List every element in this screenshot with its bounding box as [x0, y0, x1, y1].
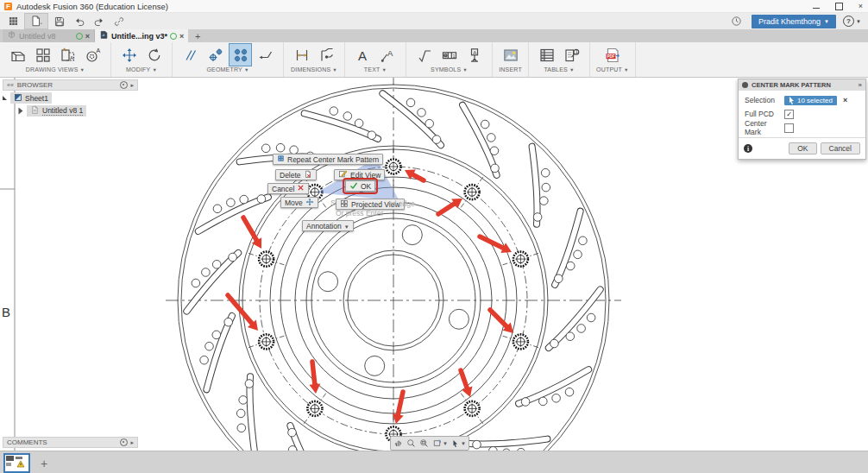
red-x-icon	[297, 184, 305, 193]
tab-untitled-v8[interactable]: Untitled v8 ×	[3, 29, 95, 42]
datum-identifier-icon[interactable]: A	[462, 43, 486, 66]
centerline-icon[interactable]	[179, 43, 202, 66]
dock-right-icon[interactable]: »	[859, 81, 862, 89]
base-view-icon[interactable]	[6, 43, 29, 66]
ribbon-group-label[interactable]: DIMENSIONS	[291, 66, 330, 73]
collapse-left-icon[interactable]: ««	[7, 82, 14, 88]
section-view-icon[interactable]: A	[56, 43, 79, 66]
selection-label: Selection	[745, 96, 784, 104]
projected-view-large-icon[interactable]	[31, 43, 54, 66]
move-icon[interactable]	[117, 43, 141, 66]
selection-chip[interactable]: 10 selected	[784, 96, 837, 105]
center-mark[interactable]	[461, 177, 483, 208]
share-link-icon[interactable]	[110, 14, 128, 28]
save-button[interactable]	[51, 14, 68, 28]
dialog-header[interactable]: CENTER MARK PATTERN »	[739, 79, 865, 91]
context-menu-cancel[interactable]: Cancel	[267, 183, 309, 194]
browser-item-sheet1[interactable]: Sheet1	[3, 92, 86, 104]
insert-image-icon[interactable]	[499, 43, 522, 66]
dialog-ok-button[interactable]: OK	[789, 142, 816, 155]
ribbon-group-tables: 1TABLES▼	[529, 42, 590, 77]
edge-extension-icon[interactable]	[254, 43, 277, 66]
ribbon-group-label[interactable]: MODIFY	[126, 66, 150, 73]
fusion360-window: F Autodesk Fusion 360 (Education License…	[0, 0, 868, 473]
ordinate-dimension-icon[interactable]	[315, 43, 338, 66]
browser-panel-header[interactable]: «« BROWSER ▸	[3, 79, 138, 91]
pan-icon[interactable]	[393, 438, 403, 448]
center-mark-checkbox[interactable]	[784, 123, 794, 133]
maximize-button[interactable]	[835, 3, 843, 10]
detail-view-icon[interactable]: A	[81, 43, 104, 66]
select-icon[interactable]: ▼	[451, 439, 466, 448]
balloon-icon[interactable]: 1	[560, 43, 583, 66]
context-menu-ok[interactable]: OK	[345, 180, 375, 192]
output-pdf-icon[interactable]: PDF	[601, 43, 624, 66]
dimension-icon[interactable]	[290, 43, 313, 66]
ribbon-group-label[interactable]: TABLES	[544, 66, 568, 73]
fusion-logo-icon: F	[4, 3, 12, 10]
context-menu-annotation[interactable]: Annotation▼	[302, 220, 354, 231]
context-menu-repeat-center-mark-pattern[interactable]: Repeat Center Mark Pattern	[273, 154, 383, 165]
table-icon[interactable]	[535, 43, 558, 66]
new-tab-button[interactable]: +	[188, 29, 207, 42]
file-menu-button[interactable]	[24, 13, 48, 29]
dialog-cancel-button[interactable]: Cancel	[821, 142, 860, 155]
clear-selection-icon[interactable]: ×	[843, 96, 847, 104]
app-grid-icon[interactable]	[4, 14, 22, 28]
feature-control-frame-icon[interactable]: 1	[437, 43, 461, 66]
chevron-right-icon[interactable]: ▸	[130, 439, 134, 446]
ribbon-group-label[interactable]: SYMBOLS	[431, 66, 461, 73]
add-sheet-button[interactable]: +	[36, 457, 52, 470]
look-at-icon[interactable]: ▼	[432, 438, 448, 448]
command-icon	[742, 82, 748, 88]
browser-item-document[interactable]: Untitled v8 1	[10, 105, 86, 117]
tab-untitled-drawing-v3[interactable]: Untitle...ing v3* ×	[95, 29, 188, 42]
center-mark[interactable]	[304, 394, 326, 425]
center-mark-pattern-icon[interactable]	[229, 43, 252, 66]
context-menu-move[interactable]: Move	[280, 197, 318, 208]
help-button[interactable]: ? ▼	[843, 16, 861, 27]
chevron-down-icon: ▼	[462, 67, 468, 73]
comments-panel-header[interactable]: COMMENTS ▸	[3, 437, 138, 448]
context-menu-edit-view[interactable]: Edit View	[334, 169, 385, 180]
full-pcd-checkbox[interactable]: ✓	[784, 110, 794, 119]
surface-texture-icon[interactable]	[412, 43, 436, 66]
zone-label: B	[2, 305, 10, 319]
zoom-window-icon[interactable]	[419, 438, 429, 448]
info-icon[interactable]: i	[744, 144, 752, 153]
user-account-button[interactable]: Pradit Khemthong ▼	[752, 15, 836, 28]
ribbon-group-label[interactable]: GEOMETRY	[206, 66, 242, 73]
svg-text:PDF: PDF	[607, 54, 614, 59]
center-mark-pattern-dialog: CENTER MARK PATTERN » Selection 10 selec…	[738, 79, 866, 160]
center-mark-icon[interactable]	[204, 43, 227, 66]
minimize-button[interactable]	[813, 3, 820, 9]
chevron-down-icon: ▼	[824, 19, 829, 24]
center-mark-label: Center Mark	[745, 119, 784, 136]
close-button[interactable]: ×	[859, 3, 863, 10]
chevron-down-icon: ▼	[569, 67, 575, 73]
panel-options-icon[interactable]	[120, 81, 128, 89]
chevron-right-icon[interactable]: ▸	[130, 82, 134, 89]
rotate-icon[interactable]	[142, 43, 166, 66]
context-menu-delete[interactable]: Delete	[275, 169, 317, 180]
collapsed-arrow-icon[interactable]	[19, 108, 23, 115]
svg-text:A: A	[387, 48, 393, 58]
text-icon[interactable]: A	[351, 43, 374, 66]
ribbon-group-label[interactable]: DRAWING VIEWS	[26, 66, 79, 73]
zoom-icon[interactable]	[406, 438, 416, 448]
redo-button[interactable]	[91, 14, 108, 28]
notification-clock-icon[interactable]	[727, 14, 745, 28]
ribbon-group-label[interactable]: OUTPUT	[596, 66, 622, 73]
view-navigation-bar: ▼ ▼	[390, 436, 469, 451]
expanded-arrow-icon[interactable]	[3, 96, 7, 100]
panel-options-icon[interactable]	[120, 438, 128, 446]
tab-close-icon[interactable]: ×	[179, 32, 184, 41]
ribbon-group-modify: MODIFY▼	[111, 42, 173, 77]
leader-text-icon[interactable]: A	[376, 43, 399, 66]
sheet-tab-thumbnail[interactable]	[3, 453, 30, 473]
ribbon-group-label[interactable]: INSERT	[499, 66, 522, 73]
ribbon-group-label[interactable]: TEXT	[364, 66, 381, 73]
center-mark[interactable]	[461, 394, 483, 425]
undo-button[interactable]	[71, 14, 88, 28]
tab-close-icon[interactable]: ×	[85, 32, 90, 41]
